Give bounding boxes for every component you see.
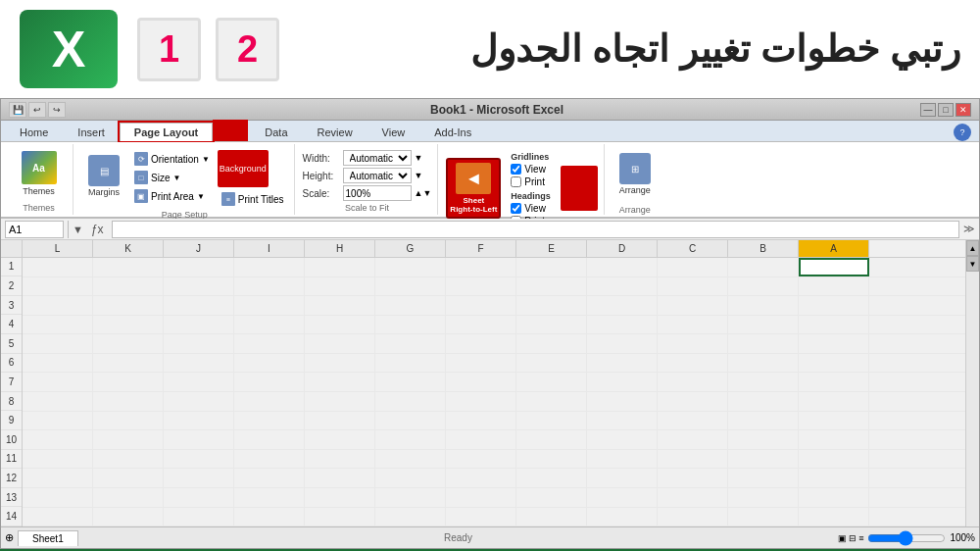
cell-E3[interactable] <box>516 296 587 315</box>
cell-D1[interactable] <box>587 258 658 276</box>
cell-C12[interactable] <box>658 469 728 487</box>
cell-J9[interactable] <box>164 412 234 430</box>
cell-E9[interactable] <box>516 412 587 430</box>
cell-E8[interactable] <box>516 392 587 411</box>
tab-page-layout[interactable]: Page Layout <box>120 123 213 141</box>
cell-I12[interactable] <box>234 469 305 487</box>
headings-view-check[interactable] <box>511 203 521 214</box>
cell-J12[interactable] <box>164 469 234 487</box>
cell-J8[interactable] <box>164 392 234 411</box>
cell-K14[interactable] <box>93 508 164 526</box>
cell-I5[interactable] <box>234 334 305 353</box>
cell-H8[interactable] <box>305 392 375 411</box>
cell-C1[interactable] <box>658 258 728 276</box>
cell-G10[interactable] <box>375 430 446 449</box>
cell-B7[interactable] <box>728 373 799 391</box>
col-E[interactable]: E <box>516 240 587 257</box>
cell-E13[interactable] <box>516 488 587 507</box>
tab-addins[interactable]: Add-Ins <box>419 123 486 141</box>
cell-C4[interactable] <box>658 316 728 334</box>
cell-E11[interactable] <box>516 450 587 469</box>
cell-A12[interactable] <box>799 469 869 487</box>
cell-G11[interactable] <box>375 450 446 469</box>
cell-K10[interactable] <box>93 430 164 449</box>
cell-F9[interactable] <box>446 412 516 430</box>
cell-F10[interactable] <box>446 430 516 449</box>
cell-A11[interactable] <box>799 450 869 469</box>
cell-L11[interactable] <box>23 450 93 469</box>
cell-L3[interactable] <box>23 296 93 315</box>
margins-button[interactable]: ▤ Margins <box>81 148 126 205</box>
cell-K12[interactable] <box>93 469 164 487</box>
orientation-button[interactable]: ⟳ Orientation ▼ <box>130 150 214 168</box>
col-L[interactable]: L <box>23 240 93 257</box>
cell-J6[interactable] <box>164 354 234 373</box>
scale-input[interactable] <box>343 185 412 201</box>
col-H[interactable]: H <box>305 240 375 257</box>
cell-H4[interactable] <box>305 316 375 334</box>
cell-E4[interactable] <box>516 316 587 334</box>
cell-E1[interactable] <box>516 258 587 276</box>
close-btn[interactable]: ✕ <box>956 103 971 117</box>
cell-J5[interactable] <box>164 334 234 353</box>
cell-L2[interactable] <box>23 277 93 296</box>
cell-J7[interactable] <box>164 373 234 391</box>
cell-D9[interactable] <box>587 412 658 430</box>
cell-C6[interactable] <box>658 354 728 373</box>
qa-undo[interactable]: ↩ <box>28 102 46 118</box>
cell-B1[interactable] <box>728 258 799 276</box>
cell-reference-input[interactable] <box>5 221 64 238</box>
cell-I4[interactable] <box>234 316 305 334</box>
cell-H6[interactable] <box>305 354 375 373</box>
cell-F8[interactable] <box>446 392 516 411</box>
cell-A3[interactable] <box>799 296 869 315</box>
col-C[interactable]: C <box>658 240 728 257</box>
cell-H14[interactable] <box>305 508 375 526</box>
sheet-rtl-button[interactable]: ◄ SheetRight-to-Left <box>446 158 501 219</box>
cell-G4[interactable] <box>375 316 446 334</box>
cell-B4[interactable] <box>728 316 799 334</box>
cell-L14[interactable] <box>23 508 93 526</box>
col-D[interactable]: D <box>587 240 658 257</box>
col-A[interactable]: A <box>799 240 869 257</box>
cell-E7[interactable] <box>516 373 587 391</box>
cell-L8[interactable] <box>23 392 93 411</box>
page-layout-view-btn[interactable]: ⊟ <box>849 533 857 543</box>
cell-B8[interactable] <box>728 392 799 411</box>
cell-B10[interactable] <box>728 430 799 449</box>
cell-F4[interactable] <box>446 316 516 334</box>
maximize-btn[interactable]: □ <box>938 103 954 117</box>
gridlines-view-check[interactable] <box>511 164 521 175</box>
cell-H11[interactable] <box>305 450 375 469</box>
size-button[interactable]: □ Size ▼ <box>130 169 214 186</box>
cell-H13[interactable] <box>305 488 375 507</box>
cell-K9[interactable] <box>93 412 164 430</box>
cell-I13[interactable] <box>234 488 305 507</box>
height-select[interactable]: Automatic <box>343 168 412 183</box>
cell-A14[interactable] <box>799 508 869 526</box>
cell-L5[interactable] <box>23 334 93 353</box>
col-J[interactable]: J <box>164 240 234 257</box>
add-sheet-btn[interactable]: ⊕ <box>5 531 14 544</box>
cell-H1[interactable] <box>305 258 375 276</box>
cell-H3[interactable] <box>305 296 375 315</box>
col-F[interactable]: F <box>446 240 516 257</box>
arrange-button[interactable]: ⊞ Arrange <box>612 146 658 203</box>
cell-G1[interactable] <box>375 258 446 276</box>
cell-C14[interactable] <box>658 508 728 526</box>
cell-I1[interactable] <box>234 258 305 276</box>
cell-K7[interactable] <box>93 373 164 391</box>
cell-F2[interactable] <box>446 277 516 296</box>
cell-I8[interactable] <box>234 392 305 411</box>
page-break-view-btn[interactable]: ≡ <box>858 533 863 543</box>
cell-G3[interactable] <box>375 296 446 315</box>
cell-A7[interactable] <box>799 373 869 391</box>
normal-view-btn[interactable]: ▣ <box>838 533 847 543</box>
cell-B3[interactable] <box>728 296 799 315</box>
cell-J2[interactable] <box>164 277 234 296</box>
cell-D13[interactable] <box>587 488 658 507</box>
cell-K8[interactable] <box>93 392 164 411</box>
cell-L13[interactable] <box>23 488 93 507</box>
cell-L9[interactable] <box>23 412 93 430</box>
formula-expand[interactable]: ≫ <box>963 223 975 235</box>
